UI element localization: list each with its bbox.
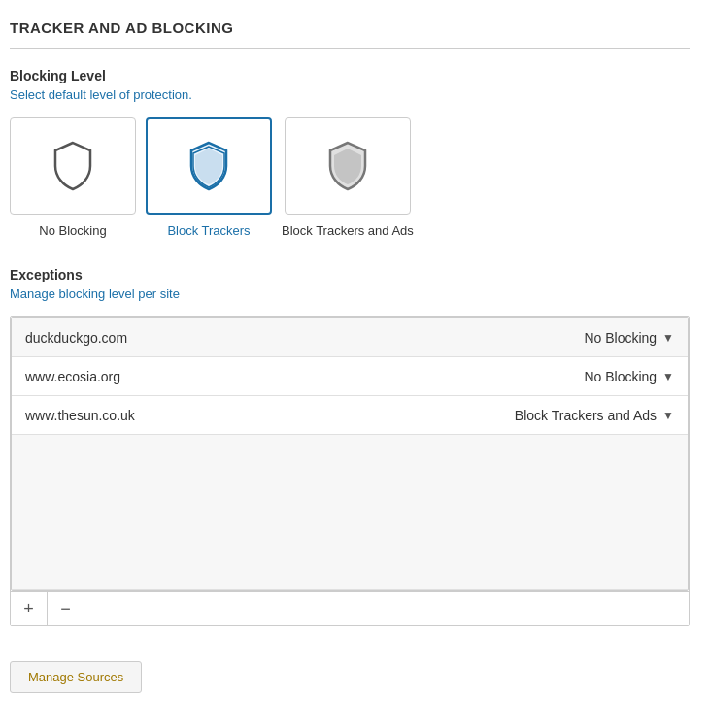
option-label-no-blocking: No Blocking xyxy=(39,222,106,240)
site-level[interactable]: No Blocking ▼ xyxy=(584,369,674,384)
option-box-block-trackers[interactable] xyxy=(146,117,272,215)
table-row[interactable]: duckduckgo.com No Blocking ▼ xyxy=(12,318,688,357)
page-title: TRACKER AND AD BLOCKING xyxy=(10,19,690,36)
remove-row-button[interactable]: − xyxy=(48,592,84,625)
option-box-no-blocking[interactable] xyxy=(10,117,136,215)
site-name: duckduckgo.com xyxy=(25,330,127,346)
manage-sources-button[interactable]: Manage Sources xyxy=(10,661,142,693)
dropdown-arrow-icon: ▼ xyxy=(662,331,674,345)
blocking-options-group: No Blocking Block Trackers Block Trac xyxy=(10,117,690,240)
exceptions-title: Exceptions xyxy=(10,267,690,282)
shield-gray-icon xyxy=(324,139,371,193)
shield-empty-icon xyxy=(50,139,96,193)
option-block-trackers-ads[interactable]: Block Trackers and Ads xyxy=(282,117,414,240)
table-row[interactable]: www.thesun.co.uk Block Trackers and Ads … xyxy=(12,396,688,435)
blocking-level-subtitle: Select default level of protection. xyxy=(10,87,690,102)
site-level[interactable]: No Blocking ▼ xyxy=(584,330,674,346)
option-label-block-trackers: Block Trackers xyxy=(167,222,250,240)
site-level[interactable]: Block Trackers and Ads ▼ xyxy=(515,408,674,423)
site-name: www.thesun.co.uk xyxy=(25,408,135,423)
title-divider xyxy=(10,48,690,49)
blocking-level-section: Blocking Level Select default level of p… xyxy=(10,68,690,240)
table-row[interactable]: www.ecosia.org No Blocking ▼ xyxy=(12,357,688,396)
site-name: www.ecosia.org xyxy=(25,369,120,384)
dropdown-arrow-icon: ▼ xyxy=(662,409,674,422)
blocking-level-title: Blocking Level xyxy=(10,68,690,83)
shield-blue-icon xyxy=(186,139,232,193)
table-actions-bar: + − xyxy=(11,591,689,625)
option-label-block-trackers-ads: Block Trackers and Ads xyxy=(282,222,414,240)
add-row-button[interactable]: + xyxy=(11,592,48,625)
option-no-blocking[interactable]: No Blocking xyxy=(10,117,136,240)
exceptions-table: duckduckgo.com No Blocking ▼ www.ecosia.… xyxy=(11,317,689,591)
dropdown-arrow-icon: ▼ xyxy=(662,370,674,383)
exceptions-section: Exceptions Manage blocking level per sit… xyxy=(10,267,690,626)
option-block-trackers[interactable]: Block Trackers xyxy=(146,117,272,240)
exceptions-subtitle: Manage blocking level per site xyxy=(10,286,690,301)
option-box-block-trackers-ads[interactable] xyxy=(285,117,411,215)
exceptions-table-wrapper: duckduckgo.com No Blocking ▼ www.ecosia.… xyxy=(10,316,690,626)
empty-table-area xyxy=(12,435,688,590)
